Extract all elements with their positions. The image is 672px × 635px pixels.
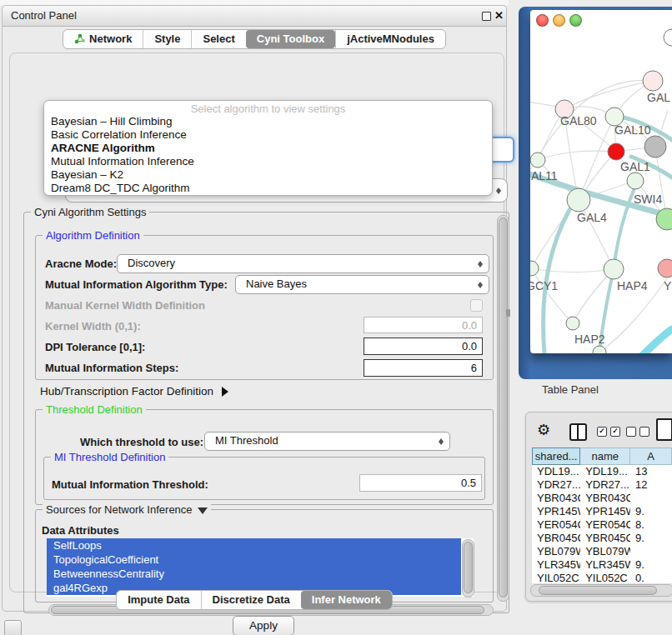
corner-button[interactable] [4, 620, 22, 635]
table-row[interactable]: YER054CYER054C8. [532, 518, 672, 532]
float-icon[interactable] [482, 12, 491, 21]
kernel-width-input[interactable] [364, 317, 483, 333]
settings-vertical-scrollbar[interactable] [497, 215, 509, 602]
tab-label: Impute Data [128, 591, 189, 609]
algorithm-item-bayesian-k2[interactable]: Bayesian – K2 [44, 168, 492, 182]
sources-group-title[interactable]: Sources for Network Inference [43, 503, 211, 516]
node-label-gal80: GAL80 [560, 114, 597, 128]
mi-steps-label: Mutual Information Steps: [45, 362, 178, 374]
table-row[interactable]: YBR043CYBR043C [532, 492, 672, 505]
control-panel-main: gal4filtered.sif default node Select alg… [9, 52, 504, 592]
network-node[interactable] [627, 172, 644, 189]
tab-jactivemnodules[interactable]: jActiveMNodules [335, 30, 445, 48]
table-horizontal-scrollbar[interactable] [530, 584, 672, 597]
network-node[interactable] [530, 152, 545, 168]
algorithm-item-basic-correlation-inference[interactable]: Basic Correlation Inference [44, 128, 492, 142]
apply-button[interactable]: Apply [233, 616, 294, 635]
table-cell: YLR345W [532, 558, 580, 572]
mi-type-combo[interactable]: Naive Bayes [235, 275, 489, 294]
network-canvas[interactable]: GALGAL80GAL10GAL1GAL11SWI4GAL4GCY1HAP4YH… [530, 23, 672, 353]
network-node[interactable] [604, 259, 624, 279]
node-table-header: shared...nameA [532, 448, 672, 465]
data-attributes-list[interactable]: SelfLoopsTopologicalCoefficientBetweenne… [47, 538, 474, 597]
sources-title-text: Sources for Network Inference [46, 503, 193, 516]
column-header-a[interactable]: A [630, 448, 672, 465]
tab-style[interactable]: Style [143, 30, 191, 48]
network-node[interactable] [644, 136, 666, 158]
tab-network[interactable]: Network [63, 30, 143, 48]
algorithm-item-mutual-information-inference[interactable]: Mutual Information Inference [44, 155, 492, 168]
kernel-width-label: Kernel Width (0,1): [45, 320, 141, 332]
tab-label: jActiveMNodules [347, 30, 434, 48]
file-icon[interactable] [656, 418, 672, 441]
screen: Control Panel ✕ NetworkStyleSelectCyni T… [0, 0, 672, 635]
combo-spinner-icon [429, 438, 444, 445]
control-panel-titlebar: Control Panel ✕ [3, 6, 506, 27]
mi-steps-input[interactable] [364, 359, 483, 377]
manual-kernel-checkbox[interactable] [470, 299, 483, 312]
attribute-topologicalcoefficient[interactable]: TopologicalCoefficient [47, 552, 461, 567]
table-cell: YIL052C [532, 572, 580, 583]
aracne-mode-combo[interactable]: Discovery [117, 254, 489, 273]
mi-threshold-input[interactable] [359, 474, 482, 492]
tab-label: Select [203, 30, 234, 48]
network-node[interactable] [664, 29, 672, 46]
network-node[interactable] [608, 143, 624, 160]
control-panel-title: Control Panel [11, 6, 77, 26]
tab-cyni-toolbox[interactable]: Cyni Toolbox [246, 30, 335, 48]
network-node[interactable] [643, 71, 663, 91]
algorithm-popup: Select algorithm to view settings Bayesi… [43, 100, 493, 196]
which-threshold-combo[interactable]: MI Threshold [204, 432, 450, 451]
network-node[interactable] [566, 317, 579, 330]
checked-pair-icon[interactable]: ✓✓ [597, 427, 620, 437]
network-node[interactable] [593, 346, 606, 353]
table-cell [630, 545, 672, 558]
tab-discretize-data[interactable]: Discretize Data [201, 591, 301, 609]
panel-splitter-handle[interactable] [506, 309, 510, 317]
columns-icon[interactable] [569, 423, 587, 441]
node-label-gal4: GAL4 [577, 211, 607, 224]
table-row[interactable]: YDR27...YDR27...12 [532, 478, 672, 492]
hub-tf-section-toggle[interactable]: Hub/Transcription Factor Definition [40, 385, 228, 398]
dpi-tolerance-label: DPI Tolerance [0,1]: [45, 341, 145, 353]
column-header-shared[interactable]: shared... [532, 448, 580, 465]
unchecked-pair-icon[interactable] [626, 427, 649, 437]
control-panel-tab-row: NetworkStyleSelectCyni ToolboxjActiveMNo… [3, 28, 506, 50]
table-cell [630, 492, 672, 505]
control-panel-tabs: NetworkStyleSelectCyni ToolboxjActiveMNo… [63, 29, 446, 49]
table-row[interactable]: YLR345WYLR345W9. [532, 558, 672, 572]
table-row[interactable]: YPR145WYPR145W9. [532, 505, 672, 518]
table-row[interactable]: YBL079WYBL079W [532, 545, 672, 558]
algorithm-popup-items: Bayesian – Hill ClimbingBasic Correlatio… [44, 115, 492, 195]
node-label-gal1: GAL1 [620, 160, 650, 173]
attribute-selfloops[interactable]: SelfLoops [47, 538, 461, 552]
algorithm-item-aracne-algorithm[interactable]: ARACNE Algorithm [44, 142, 492, 155]
close-icon[interactable]: ✕ [494, 9, 504, 22]
data-attributes-label: Data Attributes [42, 524, 119, 537]
table-cell: YPR145W [580, 505, 630, 518]
table-cell: YDL19... [580, 465, 630, 478]
tab-select[interactable]: Select [191, 30, 245, 48]
which-threshold-label: Which threshold to use: [80, 436, 203, 448]
dpi-tolerance-input[interactable] [364, 338, 483, 355]
tab-impute-data[interactable]: Impute Data [117, 591, 200, 609]
attributes-list-scrollbar[interactable] [462, 539, 474, 598]
table-cell: YLR345W [580, 558, 630, 572]
expanded-arrow-icon [198, 508, 208, 514]
network-node[interactable] [530, 261, 539, 276]
gear-icon[interactable]: ⚙ [537, 421, 550, 439]
table-cell: 9. [630, 532, 672, 545]
table-row[interactable]: YIL052CYIL052C0. [532, 572, 672, 583]
column-header-name[interactable]: name [580, 448, 630, 465]
table-row[interactable]: YBR045CYBR045C9. [532, 532, 672, 545]
algorithm-item-dream8-dc-tdc-algorithm[interactable]: Dream8 DC_TDC Algorithm [44, 182, 492, 195]
network-node[interactable] [567, 188, 590, 212]
bottom-tab-row: Impute DataDiscretize DataInfer Network [3, 590, 506, 610]
node-label-hap2: HAP2 [574, 332, 605, 346]
attribute-betweennesscentrality[interactable]: BetweennessCentrality [47, 567, 461, 581]
network-node[interactable] [658, 259, 672, 278]
tab-infer-network[interactable]: Infer Network [301, 591, 392, 609]
node-table: shared...nameA YDL19...YDL19...13YDR27..… [532, 448, 672, 583]
algorithm-item-bayesian-hill-climbing[interactable]: Bayesian – Hill Climbing [44, 115, 492, 128]
table-row[interactable]: YDL19...YDL19...13 [532, 465, 672, 478]
